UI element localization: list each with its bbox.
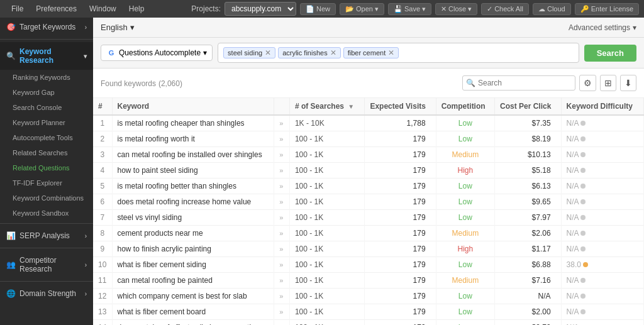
language-selector[interactable]: English ▾ — [101, 23, 135, 32]
table-row: 2 is metal roofing worth it » 100 - 1K 1… — [93, 131, 644, 147]
sidebar-item-tfidf-explorer[interactable]: TF-IDF Explorer — [0, 175, 93, 190]
tags-input-field[interactable]: steel siding ✕ acrylic finishes ✕ fiber … — [218, 43, 579, 63]
autocomplete-dropdown[interactable]: G Questions Autocomplete ▾ — [101, 45, 213, 61]
sidebar-item-related-questions[interactable]: Related Questions — [0, 160, 93, 175]
advanced-settings-button[interactable]: Advanced settings ▾ — [569, 23, 636, 32]
tag-remove-button[interactable]: ✕ — [388, 49, 394, 57]
chevron-right-icon: › — [85, 24, 87, 31]
sidebar-item-domain-strength[interactable]: 🌐 Domain Strength › — [0, 284, 93, 303]
divider — [0, 248, 93, 248]
menu-file[interactable]: File — [5, 2, 30, 16]
cell-arrows[interactable]: » — [274, 320, 290, 326]
cell-arrows[interactable]: » — [274, 241, 290, 257]
col-keyword[interactable]: Keyword — [112, 98, 274, 115]
cell-searches: 100 - 1K — [289, 163, 364, 179]
menu-window[interactable]: Window — [83, 2, 123, 16]
cell-keyword: how to paint steel siding — [112, 163, 274, 179]
cell-cpc: $6.13 — [495, 179, 562, 194]
cell-arrows[interactable]: » — [274, 226, 290, 241]
cell-arrows[interactable]: » — [274, 163, 290, 179]
sidebar-item-keyword-combinations[interactable]: Keyword Combinations — [0, 190, 93, 206]
cloud-button[interactable]: ☁ Cloud — [533, 3, 571, 15]
menu-preferences[interactable]: Preferences — [30, 2, 83, 16]
col-competition[interactable]: Competition — [436, 98, 494, 115]
advanced-settings-label: Advanced settings — [569, 23, 630, 32]
cell-visits: 179 — [365, 210, 436, 226]
cell-cpc: $2.00 — [495, 304, 562, 320]
cell-num: 13 — [93, 304, 112, 320]
cell-arrows[interactable]: » — [274, 289, 290, 304]
cell-difficulty: N/A — [561, 273, 643, 289]
cell-keyword: cement products near me — [112, 226, 274, 241]
sidebar-item-keyword-gap[interactable]: Keyword Gap — [0, 85, 93, 100]
cell-cpc: $9.70 — [495, 320, 562, 326]
cell-difficulty: N/A — [561, 304, 643, 320]
sidebar-item-target-keywords[interactable]: 🎯 Target Keywords › — [0, 18, 93, 36]
sidebar-item-keyword-sandbox[interactable]: Keyword Sandbox — [0, 206, 93, 221]
sidebar-item-serp-analysis[interactable]: 📊 SERP Analysis › — [0, 226, 93, 245]
col-difficulty[interactable]: Keyword Difficulty — [561, 98, 643, 115]
sidebar-item-competitor-research[interactable]: 👥 Competitor Research › — [0, 251, 93, 278]
enter-license-button[interactable]: 🔑 Enter License — [575, 3, 639, 15]
save-button[interactable]: 💾 Save ▾ — [388, 3, 431, 15]
menu-help[interactable]: Help — [123, 2, 151, 16]
close-button[interactable]: ✕ Close ▾ — [435, 3, 477, 15]
cell-visits: 179 — [365, 273, 436, 289]
col-searches[interactable]: # of Searches ▼ — [289, 98, 364, 115]
cell-arrows[interactable]: » — [274, 194, 290, 210]
tag-label: acrylic finishes — [282, 49, 328, 57]
check-all-button[interactable]: ✓ Check All — [481, 3, 529, 15]
chevron-down-icon: ▾ — [84, 53, 87, 60]
cell-searches: 100 - 1K — [289, 194, 364, 210]
sidebar-group-keyword-research[interactable]: 🔍 Keyword Research ▾ — [0, 42, 93, 70]
new-button[interactable]: 📄 New — [300, 3, 336, 15]
sidebar-item-search-console[interactable]: Search Console — [0, 100, 93, 115]
found-keywords-label: Found keywords (2,060) — [101, 78, 182, 88]
content-header: English ▾ Advanced settings ▾ — [93, 18, 644, 38]
cell-num: 11 — [93, 273, 112, 289]
download-button[interactable]: ⬇ — [620, 75, 636, 91]
cell-searches: 100 - 1K — [289, 179, 364, 194]
cell-arrows[interactable]: » — [274, 179, 290, 194]
cell-keyword: which company cement is best for slab — [112, 289, 274, 304]
cell-arrows[interactable]: » — [274, 304, 290, 320]
cell-arrows[interactable]: » — [274, 210, 290, 226]
cell-competition: Low — [436, 210, 494, 226]
search-button[interactable]: Search — [584, 45, 636, 62]
results-search-input[interactable] — [462, 75, 575, 91]
filter-button[interactable]: ⚙ — [579, 75, 596, 91]
col-cpc[interactable]: Cost Per Click — [495, 98, 562, 115]
cell-arrows[interactable]: » — [274, 115, 290, 131]
domain-icon: 🌐 — [6, 289, 16, 298]
cell-visits: 179 — [365, 304, 436, 320]
cell-arrows[interactable]: » — [274, 257, 290, 273]
cell-arrows[interactable]: » — [274, 131, 290, 147]
results-search-wrapper: 🔍 — [462, 75, 575, 91]
sidebar-item-ranking-keywords[interactable]: Ranking Keywords — [0, 70, 93, 85]
cell-keyword: how to finish acrylic painting — [112, 241, 274, 257]
tag-remove-button[interactable]: ✕ — [265, 49, 271, 57]
tag-remove-button[interactable]: ✕ — [330, 49, 336, 57]
competitor-icon: 👥 — [6, 260, 16, 269]
grid-view-button[interactable]: ⊞ — [600, 75, 616, 91]
projects-dropdown[interactable]: abcsupply.com — [225, 2, 296, 16]
col-visits[interactable]: Expected Visits — [365, 98, 436, 115]
cell-arrows[interactable]: » — [274, 273, 290, 289]
cell-keyword: can metal roofing be installed over shin… — [112, 147, 274, 163]
cell-cpc: N/A — [495, 289, 562, 304]
cell-searches: 100 - 1K — [289, 320, 364, 326]
open-button[interactable]: 📂 Open ▾ — [340, 3, 384, 15]
cell-cpc: $2.06 — [495, 226, 562, 241]
cell-arrows[interactable]: » — [274, 147, 290, 163]
cell-num: 4 — [93, 163, 112, 179]
cell-cpc: $9.65 — [495, 194, 562, 210]
sidebar-item-autocomplete-tools[interactable]: Autocomplete Tools — [0, 130, 93, 145]
sidebar-item-keyword-planner[interactable]: Keyword Planner — [0, 115, 93, 130]
table-row: 6 does metal roofing increase home value… — [93, 194, 644, 210]
cell-num: 3 — [93, 147, 112, 163]
cell-keyword: steel vs vinyl siding — [112, 210, 274, 226]
tag-acrylic-finishes: acrylic finishes ✕ — [278, 47, 341, 58]
sidebar-item-related-searches[interactable]: Related Searches — [0, 145, 93, 160]
cell-num: 7 — [93, 210, 112, 226]
keywords-table-container: # Keyword # of Searches ▼ Expected Visit… — [93, 98, 644, 325]
